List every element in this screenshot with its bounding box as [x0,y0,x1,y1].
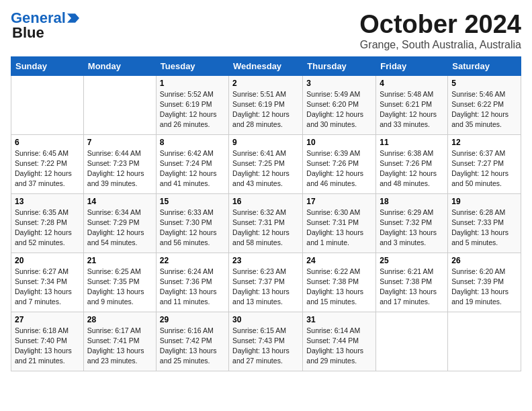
day-info: Sunrise: 6:18 AM Sunset: 7:40 PM Dayligh… [15,326,80,367]
day-info: Sunrise: 6:22 AM Sunset: 7:38 PM Dayligh… [306,267,372,308]
day-info: Sunrise: 6:27 AM Sunset: 7:34 PM Dayligh… [15,267,80,308]
calendar-cell: 3Sunrise: 5:49 AM Sunset: 6:20 PM Daylig… [303,75,376,134]
day-info: Sunrise: 6:30 AM Sunset: 7:31 PM Dayligh… [306,208,372,248]
location: Grange, South Australia, Australia [359,39,521,51]
calendar-cell: 15Sunrise: 6:33 AM Sunset: 7:30 PM Dayli… [156,193,228,253]
day-info: Sunrise: 6:29 AM Sunset: 7:32 PM Dayligh… [380,208,444,248]
day-number: 29 [160,315,225,324]
calendar-header-row: SundayMondayTuesdayWednesdayThursdayFrid… [11,56,521,75]
day-number: 31 [306,315,372,324]
day-info: Sunrise: 6:34 AM Sunset: 7:29 PM Dayligh… [87,208,152,248]
day-number: 10 [306,138,372,147]
calendar-cell: 4Sunrise: 5:48 AM Sunset: 6:21 PM Daylig… [376,75,448,134]
day-info: Sunrise: 6:21 AM Sunset: 7:38 PM Dayligh… [380,267,444,308]
calendar-cell: 29Sunrise: 6:16 AM Sunset: 7:42 PM Dayli… [156,312,228,371]
title-block: October 2024 Grange, South Australia, Au… [359,11,521,51]
day-number: 26 [451,256,517,265]
calendar-cell: 19Sunrise: 6:28 AM Sunset: 7:33 PM Dayli… [448,193,521,253]
logo: General Blue [11,11,79,40]
day-info: Sunrise: 6:42 AM Sunset: 7:24 PM Dayligh… [160,148,225,189]
day-info: Sunrise: 6:28 AM Sunset: 7:33 PM Dayligh… [451,208,517,248]
day-info: Sunrise: 6:35 AM Sunset: 7:28 PM Dayligh… [15,208,80,248]
day-number: 28 [87,315,152,324]
calendar-week-1: 6Sunrise: 6:45 AM Sunset: 7:22 PM Daylig… [11,134,521,193]
calendar-cell: 18Sunrise: 6:29 AM Sunset: 7:32 PM Dayli… [376,193,448,253]
calendar-cell: 13Sunrise: 6:35 AM Sunset: 7:28 PM Dayli… [11,193,84,253]
day-number: 4 [380,79,444,88]
day-number: 9 [232,138,299,147]
day-info: Sunrise: 5:46 AM Sunset: 6:22 PM Dayligh… [451,89,517,130]
day-number: 8 [160,138,225,147]
day-number: 7 [87,138,152,147]
day-info: Sunrise: 6:23 AM Sunset: 7:37 PM Dayligh… [232,267,299,308]
day-info: Sunrise: 6:15 AM Sunset: 7:43 PM Dayligh… [232,326,299,367]
day-number: 15 [160,197,225,206]
calendar-cell [11,75,84,134]
day-number: 24 [306,256,372,265]
day-info: Sunrise: 5:51 AM Sunset: 6:19 PM Dayligh… [232,89,299,130]
day-number: 5 [451,79,517,88]
day-number: 11 [380,138,444,147]
day-info: Sunrise: 6:14 AM Sunset: 7:44 PM Dayligh… [306,326,372,367]
day-number: 17 [306,197,372,206]
day-info: Sunrise: 6:45 AM Sunset: 7:22 PM Dayligh… [15,148,80,189]
calendar-cell: 30Sunrise: 6:15 AM Sunset: 7:43 PM Dayli… [229,312,303,371]
day-number: 1 [160,79,225,88]
calendar-cell: 6Sunrise: 6:45 AM Sunset: 7:22 PM Daylig… [11,134,84,193]
calendar-week-0: 1Sunrise: 5:52 AM Sunset: 6:19 PM Daylig… [11,75,521,134]
header-monday: Monday [83,56,156,75]
day-number: 14 [87,197,152,206]
calendar-cell [448,312,521,371]
calendar-cell: 21Sunrise: 6:25 AM Sunset: 7:35 PM Dayli… [83,253,156,312]
logo-blue: Blue [12,26,44,40]
calendar-cell: 8Sunrise: 6:42 AM Sunset: 7:24 PM Daylig… [156,134,228,193]
day-number: 18 [380,197,444,206]
header-thursday: Thursday [303,56,376,75]
day-number: 27 [15,315,80,324]
calendar-cell: 31Sunrise: 6:14 AM Sunset: 7:44 PM Dayli… [303,312,376,371]
day-number: 6 [15,138,80,147]
header-tuesday: Tuesday [156,56,228,75]
calendar-cell: 27Sunrise: 6:18 AM Sunset: 7:40 PM Dayli… [11,312,84,371]
page-header: General Blue October 2024 Grange, South … [11,11,521,51]
day-info: Sunrise: 6:44 AM Sunset: 7:23 PM Dayligh… [87,148,152,189]
day-number: 19 [451,197,517,206]
calendar-cell: 22Sunrise: 6:24 AM Sunset: 7:36 PM Dayli… [156,253,228,312]
calendar-cell: 23Sunrise: 6:23 AM Sunset: 7:37 PM Dayli… [229,253,303,312]
month-title: October 2024 [359,11,521,39]
day-info: Sunrise: 6:24 AM Sunset: 7:36 PM Dayligh… [160,267,225,308]
day-info: Sunrise: 6:37 AM Sunset: 7:27 PM Dayligh… [451,148,517,189]
day-info: Sunrise: 6:25 AM Sunset: 7:35 PM Dayligh… [87,267,152,308]
day-info: Sunrise: 6:39 AM Sunset: 7:26 PM Dayligh… [306,148,372,189]
calendar-cell [83,75,156,134]
day-number: 16 [232,197,299,206]
day-info: Sunrise: 6:32 AM Sunset: 7:31 PM Dayligh… [232,208,299,248]
calendar-cell: 14Sunrise: 6:34 AM Sunset: 7:29 PM Dayli… [83,193,156,253]
day-info: Sunrise: 6:20 AM Sunset: 7:39 PM Dayligh… [451,267,517,308]
calendar-cell: 12Sunrise: 6:37 AM Sunset: 7:27 PM Dayli… [448,134,521,193]
calendar-cell: 16Sunrise: 6:32 AM Sunset: 7:31 PM Dayli… [229,193,303,253]
calendar-cell: 7Sunrise: 6:44 AM Sunset: 7:23 PM Daylig… [83,134,156,193]
calendar-cell: 17Sunrise: 6:30 AM Sunset: 7:31 PM Dayli… [303,193,376,253]
day-number: 20 [15,256,80,265]
day-info: Sunrise: 5:49 AM Sunset: 6:20 PM Dayligh… [306,89,372,130]
calendar-cell: 25Sunrise: 6:21 AM Sunset: 7:38 PM Dayli… [376,253,448,312]
calendar-body: 1Sunrise: 5:52 AM Sunset: 6:19 PM Daylig… [11,75,521,371]
day-number: 30 [232,315,299,324]
header-friday: Friday [376,56,448,75]
day-info: Sunrise: 5:52 AM Sunset: 6:19 PM Dayligh… [160,89,225,130]
svg-marker-0 [67,13,79,23]
day-number: 21 [87,256,152,265]
day-number: 22 [160,256,225,265]
day-number: 3 [306,79,372,88]
day-info: Sunrise: 6:33 AM Sunset: 7:30 PM Dayligh… [160,208,225,248]
calendar-cell: 9Sunrise: 6:41 AM Sunset: 7:25 PM Daylig… [229,134,303,193]
calendar-cell: 28Sunrise: 6:17 AM Sunset: 7:41 PM Dayli… [83,312,156,371]
calendar-cell: 26Sunrise: 6:20 AM Sunset: 7:39 PM Dayli… [448,253,521,312]
day-info: Sunrise: 5:48 AM Sunset: 6:21 PM Dayligh… [380,89,444,130]
day-number: 25 [380,256,444,265]
calendar-cell: 20Sunrise: 6:27 AM Sunset: 7:34 PM Dayli… [11,253,84,312]
day-info: Sunrise: 6:41 AM Sunset: 7:25 PM Dayligh… [232,148,299,189]
day-info: Sunrise: 6:16 AM Sunset: 7:42 PM Dayligh… [160,326,225,367]
day-number: 13 [15,197,80,206]
